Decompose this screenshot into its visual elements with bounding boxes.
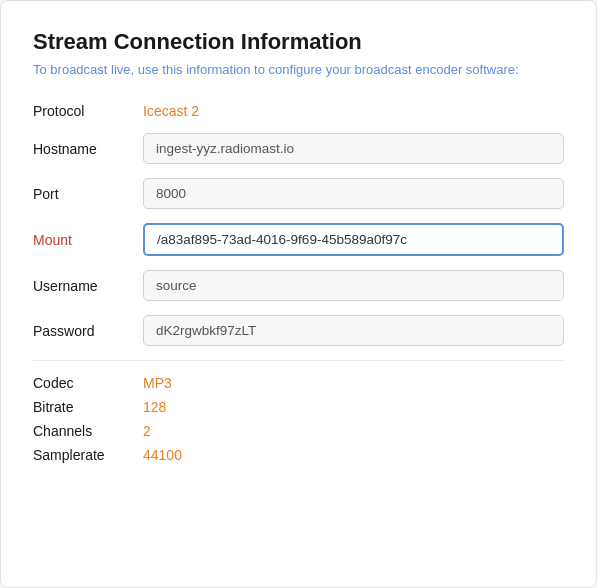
value-codec: MP3: [143, 375, 172, 391]
field-row-mount: Mount: [33, 223, 564, 256]
input-username[interactable]: [143, 270, 564, 301]
field-row-password: Password: [33, 315, 564, 346]
input-password[interactable]: [143, 315, 564, 346]
field-row-port: Port: [33, 178, 564, 209]
divider: [33, 360, 564, 361]
info-row-samplerate: Samplerate 44100: [33, 447, 564, 463]
label-channels: Channels: [33, 423, 143, 439]
label-mount: Mount: [33, 232, 143, 248]
label-hostname: Hostname: [33, 141, 143, 157]
field-row-hostname: Hostname: [33, 133, 564, 164]
input-hostname[interactable]: [143, 133, 564, 164]
value-samplerate: 44100: [143, 447, 182, 463]
label-port: Port: [33, 186, 143, 202]
label-username: Username: [33, 278, 143, 294]
label-samplerate: Samplerate: [33, 447, 143, 463]
label-codec: Codec: [33, 375, 143, 391]
field-row-username: Username: [33, 270, 564, 301]
label-password: Password: [33, 323, 143, 339]
info-row-channels: Channels 2: [33, 423, 564, 439]
value-channels: 2: [143, 423, 151, 439]
value-protocol: Icecast 2: [143, 103, 199, 119]
input-port[interactable]: [143, 178, 564, 209]
field-row-protocol: Protocol Icecast 2: [33, 103, 564, 119]
info-row-codec: Codec MP3: [33, 375, 564, 391]
stream-connection-card: Stream Connection Information To broadca…: [0, 0, 597, 588]
input-mount[interactable]: [143, 223, 564, 256]
label-protocol: Protocol: [33, 103, 143, 119]
card-title: Stream Connection Information: [33, 29, 564, 55]
value-bitrate: 128: [143, 399, 166, 415]
label-bitrate: Bitrate: [33, 399, 143, 415]
card-subtitle: To broadcast live, use this information …: [33, 61, 564, 79]
info-row-bitrate: Bitrate 128: [33, 399, 564, 415]
